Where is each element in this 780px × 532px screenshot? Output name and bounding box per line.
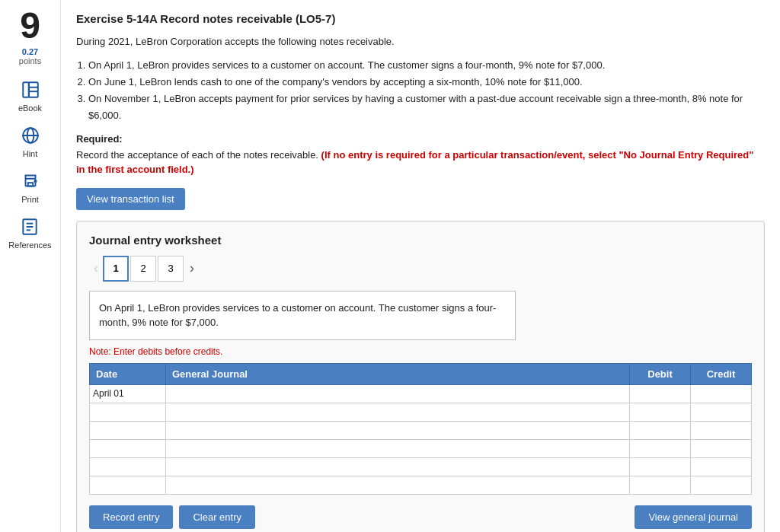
col-header-date: Date	[90, 363, 166, 384]
col-header-debit: Debit	[630, 363, 691, 384]
table-row: April 01	[90, 384, 752, 403]
worksheet-box: Journal entry worksheet ‹ 1 2 3 › On Apr…	[76, 221, 765, 532]
journal-cell-1[interactable]	[166, 403, 630, 421]
journal-input-2[interactable]	[166, 422, 629, 439]
required-label: Required:	[76, 133, 765, 145]
references-label: References	[8, 241, 51, 250]
journal-table: Date General Journal Debit Credit April …	[89, 363, 752, 495]
instruction-item-2: On June 1, LeBron lends cash to one of t…	[88, 74, 765, 91]
hint-label: Hint	[23, 149, 38, 158]
instruction-item-3: On November 1, LeBron accepts payment fo…	[88, 91, 765, 124]
points-value: 0.27	[22, 47, 38, 56]
worksheet-title: Journal entry worksheet	[89, 234, 752, 247]
hint-icon	[18, 123, 43, 148]
journal-input-5[interactable]	[166, 476, 629, 494]
date-cell-4	[90, 457, 166, 476]
instruction-item-1: On April 1, LeBron provides services to …	[88, 57, 765, 74]
debit-cell-4[interactable]	[630, 457, 691, 476]
view-transaction-button[interactable]: View transaction list	[76, 188, 185, 210]
table-row	[90, 457, 752, 476]
tab-navigation: ‹ 1 2 3 ›	[89, 256, 752, 282]
required-text: Record the acceptance of each of the not…	[76, 148, 765, 177]
scenario-box: On April 1, LeBron provides services to …	[89, 291, 516, 340]
tab-1[interactable]: 1	[103, 256, 129, 282]
tab-2[interactable]: 2	[130, 256, 156, 282]
credit-input-4[interactable]	[691, 458, 751, 476]
print-label: Print	[21, 195, 39, 204]
credit-cell-2[interactable]	[691, 421, 752, 439]
debit-cell-2[interactable]	[630, 421, 691, 439]
svg-rect-1	[28, 82, 37, 97]
sidebar-item-print[interactable]: Print	[18, 169, 43, 204]
credit-input-2[interactable]	[691, 422, 751, 439]
journal-input-3[interactable]	[166, 440, 629, 457]
journal-cell-5[interactable]	[166, 476, 630, 494]
debit-input-0[interactable]	[630, 385, 690, 403]
credit-cell-5[interactable]	[691, 476, 752, 494]
credit-cell-0[interactable]	[691, 384, 752, 403]
svg-point-9	[34, 180, 36, 182]
debit-input-4[interactable]	[630, 458, 690, 476]
credit-input-1[interactable]	[691, 403, 751, 421]
table-row	[90, 403, 752, 421]
journal-cell-0[interactable]	[166, 384, 630, 403]
credit-cell-3[interactable]	[691, 439, 752, 457]
debit-cell-5[interactable]	[630, 476, 691, 494]
debit-input-2[interactable]	[630, 422, 690, 439]
credit-cell-4[interactable]	[691, 457, 752, 476]
table-row	[90, 439, 752, 457]
view-general-journal-button[interactable]: View general journal	[635, 505, 752, 529]
sidebar-item-references[interactable]: References	[8, 215, 51, 250]
table-row	[90, 421, 752, 439]
credit-input-3[interactable]	[691, 440, 751, 457]
journal-input-4[interactable]	[166, 458, 629, 476]
debit-cell-3[interactable]	[630, 439, 691, 457]
main-content: Exercise 5-14A Record notes receivable (…	[61, 0, 780, 532]
exercise-title: Exercise 5-14A Record notes receivable (…	[76, 12, 765, 25]
credit-input-5[interactable]	[691, 476, 751, 494]
sidebar-item-hint[interactable]: Hint	[18, 123, 43, 158]
instructions-list: On April 1, LeBron provides services to …	[88, 57, 765, 124]
debit-cell-0[interactable]	[630, 384, 691, 403]
table-row	[90, 476, 752, 494]
svg-rect-0	[23, 82, 29, 97]
scenario-text: On April 1, LeBron provides services to …	[99, 302, 496, 329]
exercise-description: During 2021, LeBron Corporation accepts …	[76, 34, 765, 49]
journal-input-1[interactable]	[166, 403, 629, 421]
col-header-journal: General Journal	[166, 363, 630, 384]
journal-cell-2[interactable]	[166, 421, 630, 439]
svg-rect-8	[27, 183, 33, 186]
journal-cell-3[interactable]	[166, 439, 630, 457]
credit-cell-1[interactable]	[691, 403, 752, 421]
sidebar-item-ebook[interactable]: eBook	[18, 78, 43, 113]
note-text: Note: Enter debits before credits.	[89, 346, 752, 357]
points-label: points	[19, 56, 41, 65]
date-cell-0: April 01	[90, 384, 166, 403]
next-tab-arrow[interactable]: ›	[185, 260, 199, 276]
question-number: 9	[20, 8, 40, 44]
date-cell-2	[90, 421, 166, 439]
references-icon	[18, 215, 42, 239]
tab-3[interactable]: 3	[158, 256, 184, 282]
journal-input-0[interactable]	[166, 385, 629, 403]
prev-tab-arrow[interactable]: ‹	[89, 260, 103, 276]
action-buttons: Record entry Clear entry View general jo…	[89, 505, 752, 529]
date-cell-3	[90, 439, 166, 457]
debit-cell-1[interactable]	[630, 403, 691, 421]
print-icon	[18, 169, 43, 193]
credit-input-0[interactable]	[691, 385, 751, 403]
journal-cell-4[interactable]	[166, 457, 630, 476]
debit-input-1[interactable]	[630, 403, 690, 421]
ebook-label: eBook	[18, 104, 42, 113]
clear-entry-button[interactable]: Clear entry	[179, 505, 255, 529]
debit-input-5[interactable]	[630, 476, 690, 494]
col-header-credit: Credit	[691, 363, 752, 384]
sidebar: 9 0.27 points eBook Hint	[0, 0, 61, 532]
book-icon	[18, 78, 43, 102]
date-cell-1	[90, 403, 166, 421]
debit-input-3[interactable]	[630, 440, 690, 457]
date-cell-5	[90, 476, 166, 494]
record-entry-button[interactable]: Record entry	[89, 505, 173, 529]
